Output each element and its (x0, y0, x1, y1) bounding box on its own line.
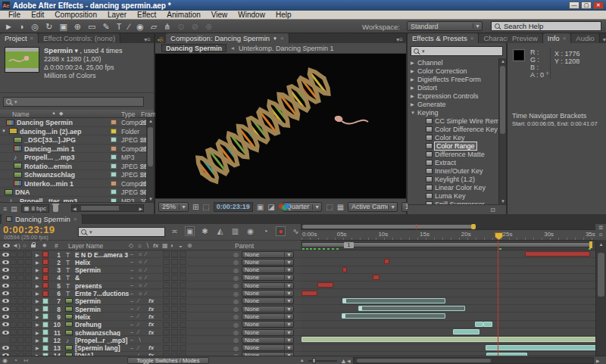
parent-dropdown[interactable]: None▼ (242, 337, 294, 344)
effect-switch-icon[interactable]: fx (148, 306, 154, 313)
live-update-icon[interactable]: ▣ (185, 226, 195, 236)
layer-duration-bar[interactable] (373, 275, 380, 280)
tab-effects-presets[interactable]: Effects & Presets× (408, 33, 479, 43)
new-preset-icon[interactable]: ⊡ (490, 207, 495, 213)
layer-switch-icon[interactable]: – (130, 282, 133, 288)
layer-duration-bar[interactable] (486, 345, 595, 350)
switch-cell[interactable] (171, 259, 178, 265)
eraser-tool-icon[interactable]: ▱ (151, 20, 157, 33)
effect-item[interactable]: Keylight (1.2) (408, 175, 498, 183)
effect-item[interactable]: Inner/Outer Key (408, 166, 498, 175)
region-of-interest-icon[interactable]: ⬚ (326, 203, 333, 211)
parent-pickwhip-icon[interactable]: ◎ (233, 329, 239, 336)
switch-cell[interactable] (10, 291, 17, 297)
switch-cell[interactable] (10, 267, 17, 273)
layer-name[interactable]: [Propel...r _.mp3] (75, 337, 127, 344)
show-snapshot-icon[interactable]: ◪ (267, 203, 274, 211)
switch-cell[interactable] (25, 267, 32, 273)
switch-cell[interactable] (17, 291, 24, 297)
menu-composition[interactable]: Composition (49, 11, 102, 19)
layer-track[interactable] (301, 290, 595, 297)
switch-cell[interactable] (17, 251, 24, 257)
timeline-search-input[interactable]: ▾ (78, 227, 165, 237)
mask-visibility-icon[interactable]: ⬚ (202, 203, 209, 211)
label-color-swatch[interactable] (111, 172, 117, 177)
rotation-tool-icon[interactable]: ↻ (45, 20, 52, 33)
layer-switch-icon[interactable]: ∕ (145, 291, 146, 296)
lock-icon[interactable]: ▪⎘ (155, 37, 166, 43)
expand-triangle-icon[interactable]: ▶ (36, 252, 39, 257)
adjustment-column-icon[interactable]: ◒ (179, 242, 183, 249)
layer-switch-icon[interactable]: – (130, 291, 133, 296)
layer-switch-icon[interactable]: – (130, 251, 133, 257)
eye-icon[interactable] (2, 268, 9, 272)
effect-item[interactable]: Linear Color Key (408, 183, 498, 191)
layer-switch-icon[interactable]: ∕ (138, 313, 139, 319)
switch-cell[interactable] (10, 282, 17, 288)
layer-switch-icon[interactable]: – (130, 275, 133, 280)
threed-column-icon[interactable]: ⊕ (187, 242, 192, 249)
scroll-down-icon[interactable]: ▼ (148, 197, 154, 201)
new-folder-icon[interactable]: ▤ (11, 205, 17, 213)
project-row[interactable]: DNAJPEG Se...ce... MB30 (0, 188, 146, 197)
puppet-pin-tool-icon[interactable]: ⋔ (164, 20, 170, 33)
draft-3d-icon[interactable]: ✱ (200, 227, 210, 235)
label-color-swatch[interactable] (42, 337, 48, 343)
parent-pickwhip-icon[interactable]: ◎ (233, 275, 239, 282)
layer-track[interactable] (301, 266, 595, 274)
switch-cell[interactable] (163, 322, 170, 328)
item-name[interactable]: DNA (15, 188, 30, 196)
effect-switch-icon[interactable]: fx (148, 313, 154, 320)
work-area-bar[interactable]: 1 (301, 241, 595, 250)
menu-help[interactable]: Help (270, 11, 297, 19)
layer-switch-icon[interactable]: ☼ (138, 259, 142, 264)
layer-row[interactable]: ▶7Spermin–∕fx◎None▼ (0, 297, 301, 305)
parent-pickwhip-icon[interactable]: ◎ (233, 267, 239, 274)
composition-marker[interactable]: 1 (344, 242, 354, 248)
expand-triangle-icon[interactable]: ▶ (36, 345, 39, 350)
scroll-right-icon[interactable]: ▶ (596, 358, 600, 363)
scroll-up-icon[interactable]: ▲ (500, 59, 506, 64)
layer-switch-icon[interactable]: ∕ (145, 267, 146, 272)
layer-switch-icon[interactable]: – (130, 313, 133, 319)
panel-menu-icon[interactable]: ▾≡ (600, 36, 606, 43)
close-icon[interactable]: × (280, 35, 284, 42)
layer-duration-bar[interactable] (342, 298, 446, 303)
expand-triangle-icon[interactable]: ▶ (36, 267, 39, 272)
layer-switch-icon[interactable]: – (130, 298, 133, 303)
axis-mode-world-icon[interactable]: ⊘ (192, 20, 198, 33)
layer-switch-icon[interactable]: ∕ (138, 329, 139, 334)
collapse-icon[interactable]: ☼ (137, 242, 142, 249)
effect-group[interactable]: ▶Digieffects FreeForm (408, 75, 498, 83)
magnification-dropdown[interactable]: 25%▼ (158, 202, 189, 212)
hand-tool-icon[interactable]: ◗ (20, 20, 25, 33)
switch-cell[interactable] (17, 267, 24, 273)
layer-switch-icon[interactable]: ☼ (138, 282, 142, 288)
layer-switch-icon[interactable]: ∕ (138, 345, 139, 350)
expand-triangle-icon[interactable]: ▶ (36, 283, 39, 288)
project-scrollbar[interactable]: ▲ ▼ (146, 118, 154, 202)
expand-triangle-icon[interactable]: ▼ (2, 129, 6, 133)
time-ruler[interactable]: 0:00s05s10s15s20s25s30s35s (301, 230, 595, 241)
effect-item[interactable]: Color Difference Key (408, 125, 498, 133)
layer-row[interactable]: ▶9Helix–∕fx◎None▼ (0, 313, 301, 320)
label-color-swatch[interactable] (42, 345, 48, 351)
switch-cell[interactable] (180, 282, 186, 288)
layer-track[interactable] (301, 344, 595, 352)
expand-triangle-icon[interactable]: ▶ (36, 275, 39, 280)
timeline-hscrollbar[interactable] (353, 357, 594, 364)
switch-cell[interactable] (10, 337, 17, 343)
layer-switch-icon[interactable]: ☼ (138, 275, 142, 280)
interpret-footage-icon[interactable]: ≡ (3, 205, 7, 213)
comp-marker-bin-icon[interactable]: ◘ (599, 232, 602, 237)
layer-row[interactable]: ▶1TE N D E...amera 3–☼∕◎None▼ (0, 250, 301, 258)
breadcrumb-current[interactable]: Dancing Spermin (161, 44, 226, 52)
layer-track[interactable] (301, 313, 595, 320)
project-row[interactable]: Unterko...min 1Composition25 (0, 179, 146, 188)
switch-cell[interactable] (25, 345, 32, 351)
brush-tool-icon[interactable]: ∕ (128, 20, 130, 33)
layer-switch-icon[interactable]: ☼ (138, 267, 142, 272)
switch-cell[interactable] (10, 259, 17, 265)
effect-switch-icon[interactable]: fx (148, 297, 154, 304)
switch-cell[interactable] (180, 259, 186, 265)
